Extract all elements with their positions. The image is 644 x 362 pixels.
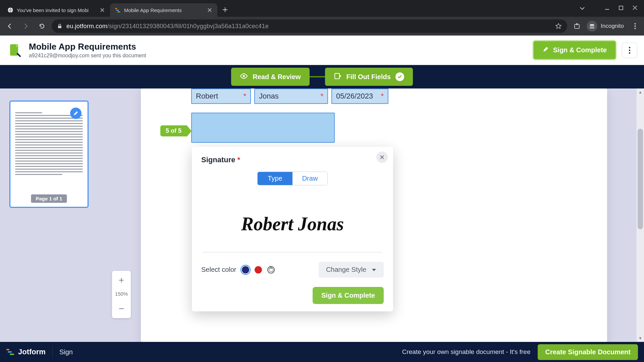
tab-search-icon[interactable] — [579, 5, 585, 11]
dialog-close-button[interactable] — [376, 152, 388, 163]
create-signable-button[interactable]: Create Signable Document — [538, 344, 638, 360]
svg-rect-4 — [619, 6, 623, 10]
app-menu-button[interactable] — [622, 43, 637, 58]
browser-menu-icon[interactable] — [629, 20, 641, 32]
date-field[interactable]: 05/26/2023 * — [331, 88, 388, 104]
document-viewer: Page 1 of 1 + 150% − Robert * Jonas * 05… — [0, 88, 644, 342]
color-swatch-red[interactable] — [255, 266, 262, 274]
sign-complete-label: Sign & Complete — [553, 46, 607, 54]
signature-title-text: Signature — [201, 156, 235, 164]
svg-rect-7 — [576, 23, 578, 25]
signature-submit-button[interactable]: Sign & Complete — [313, 287, 384, 304]
step-fill-label: Fill Out Fields — [346, 73, 391, 81]
footer-bar: Jotform Sign Create your own signable do… — [0, 342, 644, 362]
required-star-icon: * — [241, 92, 246, 101]
svg-rect-6 — [575, 24, 579, 28]
minimize-icon[interactable] — [605, 5, 609, 11]
page-title: Mobile App Requirements — [29, 42, 146, 52]
required-star-icon: * — [379, 92, 384, 101]
app-header: Mobile App Requirements a9241c29@moodjoy… — [0, 36, 644, 65]
field-progress-counter: 5 of 5 — [160, 125, 187, 136]
signature-submit-label: Sign & Complete — [321, 292, 375, 299]
address-bar[interactable]: eu.jotform.com/sign/231401329380043/fill… — [52, 19, 567, 33]
extensions-icon[interactable] — [571, 20, 583, 33]
bookmark-icon[interactable] — [555, 23, 562, 29]
signature-field-target[interactable] — [191, 113, 335, 143]
reload-button[interactable] — [36, 20, 48, 33]
incognito-icon — [587, 21, 597, 32]
signature-canvas[interactable]: Robert Jonas — [203, 195, 382, 252]
svg-point-8 — [590, 27, 592, 28]
zoom-out-button[interactable]: − — [112, 299, 131, 318]
svg-point-15 — [629, 49, 631, 51]
url-host: eu.jotform.com — [66, 23, 107, 29]
change-style-dropdown[interactable]: Change Style — [319, 262, 384, 278]
vertical-scrollbar[interactable]: ▲ ▼ — [637, 88, 644, 342]
first-name-field[interactable]: Robert * — [191, 88, 251, 104]
svg-rect-19 — [6, 349, 9, 350]
required-star-icon: * — [318, 92, 323, 101]
browser-tab-strip: You've been invited to sign Mobi Mobile … — [0, 0, 644, 17]
signature-preview-text: Robert Jonas — [241, 213, 344, 235]
signature-dialog-title: Signature * — [201, 156, 240, 164]
browser-tab-active[interactable]: Mobile App Requirements — [110, 3, 217, 17]
svg-point-17 — [243, 75, 245, 77]
divider — [52, 347, 53, 357]
signature-mode-toggle: Type Draw — [257, 172, 328, 185]
back-button[interactable] — [3, 20, 16, 33]
close-window-icon[interactable] — [633, 5, 637, 11]
tab-draw[interactable]: Draw — [292, 172, 327, 185]
forward-button[interactable] — [19, 20, 32, 33]
required-star-icon: * — [237, 156, 240, 164]
color-swatch-black[interactable] — [267, 266, 275, 274]
page-thumbnail-panel: Page 1 of 1 — [9, 101, 89, 208]
scroll-up-icon[interactable]: ▲ — [637, 88, 644, 96]
jotform-mark-icon — [6, 348, 15, 356]
scroll-down-icon[interactable]: ▼ — [637, 335, 644, 342]
close-icon[interactable] — [207, 7, 213, 13]
promo-text: Create your own signable document - It's… — [402, 348, 531, 356]
color-swatch-blue[interactable] — [242, 266, 249, 274]
page-thumbnail[interactable]: Page 1 of 1 — [9, 101, 89, 208]
step-read-label: Read & Review — [253, 73, 301, 81]
step-read-review[interactable]: Read & Review — [231, 68, 309, 86]
check-icon — [395, 72, 404, 81]
incognito-indicator[interactable]: Incognito — [587, 21, 626, 32]
jotform-logo[interactable]: Jotform — [6, 348, 46, 356]
signature-options-row: Select color Change Style — [201, 262, 384, 278]
svg-point-10 — [634, 23, 636, 24]
svg-rect-3 — [117, 11, 120, 12]
first-name-value: Robert — [196, 92, 218, 101]
pointer-cursor-icon — [268, 266, 274, 274]
last-name-field[interactable]: Jonas * — [254, 88, 328, 104]
steps-banner: Read & Review Fill Out Fields — [0, 65, 644, 88]
edit-badge-icon — [70, 108, 82, 119]
change-style-label: Change Style — [326, 266, 366, 274]
svg-point-12 — [634, 28, 636, 29]
sign-link[interactable]: Sign — [59, 348, 73, 356]
browser-tab-invite[interactable]: You've been invited to sign Mobi — [3, 3, 110, 17]
pen-icon — [542, 46, 549, 54]
window-controls — [579, 0, 644, 17]
scrollbar-thumb[interactable] — [638, 129, 643, 229]
page-subtitle: a9241c29@moodjoy.com sent you this docum… — [29, 53, 146, 59]
svg-rect-1 — [115, 8, 117, 9]
url-path: /sign/231401329380043/fill/01h0yggbvj3a5… — [107, 23, 269, 29]
tab-type[interactable]: Type — [258, 172, 292, 185]
form-fields-row: Robert * Jonas * 05/26/2023 * — [191, 88, 388, 104]
globe-icon — [7, 7, 13, 13]
maximize-icon[interactable] — [619, 5, 623, 11]
new-tab-button[interactable] — [219, 4, 231, 15]
tab-title: You've been invited to sign Mobi — [17, 7, 96, 13]
sign-complete-button[interactable]: Sign & Complete — [533, 40, 616, 60]
close-icon[interactable] — [99, 7, 105, 13]
svg-point-16 — [629, 52, 631, 54]
svg-point-9 — [592, 27, 594, 28]
eye-icon — [240, 72, 248, 82]
step-connector — [310, 76, 325, 77]
tab-title: Mobile App Requirements — [124, 7, 203, 13]
zoom-in-button[interactable]: + — [112, 271, 131, 290]
url-text: eu.jotform.com/sign/231401329380043/fill… — [66, 23, 269, 30]
incognito-label: Incognito — [601, 23, 624, 29]
step-fill-fields[interactable]: Fill Out Fields — [325, 68, 413, 86]
